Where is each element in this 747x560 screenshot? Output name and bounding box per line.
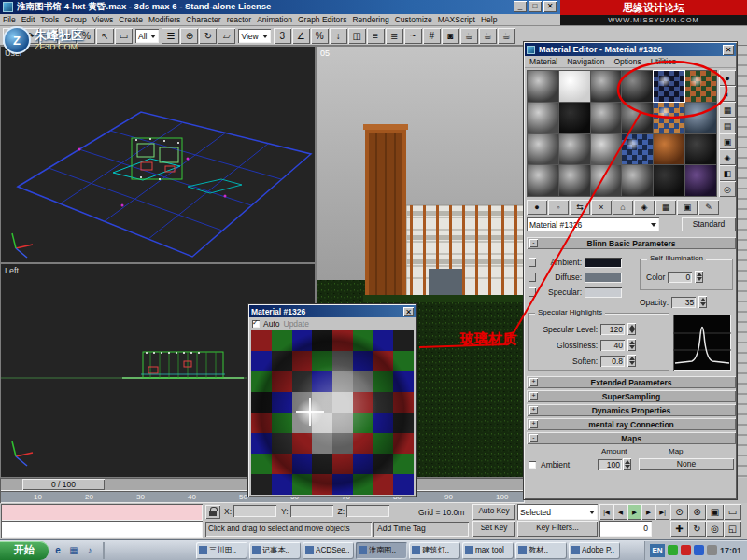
taskbar-task[interactable]: Adobe P.. <box>569 542 620 559</box>
close-button[interactable]: ✕ <box>543 1 557 12</box>
options-icon[interactable]: ◧ <box>719 165 736 181</box>
menu-help[interactable]: Help <box>478 14 500 25</box>
material-slot-20[interactable] <box>559 165 590 196</box>
coordinate-field[interactable] <box>233 505 276 517</box>
viewport-label-left[interactable]: Left <box>5 266 19 275</box>
spinner[interactable] <box>627 339 636 351</box>
ambient-color-swatch[interactable] <box>585 258 622 268</box>
start-button[interactable]: 开始 <box>0 541 49 560</box>
taskbar-task[interactable]: 建筑灯.. <box>409 542 460 559</box>
make-copy-icon[interactable]: ⌂ <box>613 200 633 215</box>
minimize-button[interactable]: _ <box>514 1 527 12</box>
material-type-button[interactable]: Standard <box>682 217 736 231</box>
menu-rendering[interactable]: Rendering <box>349 14 391 25</box>
undo-icon[interactable]: ↶ <box>3 28 21 44</box>
spinner[interactable] <box>695 271 703 283</box>
param-field[interactable]: 40 <box>600 340 625 351</box>
rollout-dynamics-properties[interactable]: +Dynamics Properties <box>527 404 736 416</box>
menu-create[interactable]: Create <box>116 14 146 25</box>
command-panel-strip[interactable] <box>738 46 747 478</box>
coordinate-field[interactable] <box>346 505 389 517</box>
next-frame-icon[interactable]: ▶ <box>641 504 655 520</box>
time-slider-thumb[interactable]: 0 / 100 <box>22 479 105 490</box>
arc-rotate-icon[interactable]: ↻ <box>688 521 706 537</box>
taskbar-task[interactable]: 记事本.. <box>249 542 301 559</box>
menu-customize[interactable]: Customize <box>392 14 435 25</box>
param-field[interactable]: 120 <box>600 324 625 335</box>
select-by-name-icon[interactable]: ☰ <box>162 28 179 44</box>
material-slot-10[interactable] <box>622 103 653 133</box>
show-desktop-icon[interactable]: ▦ <box>66 543 81 558</box>
material-editor-close-button[interactable]: ✕ <box>723 45 734 55</box>
material-slot-17[interactable] <box>654 134 684 165</box>
taskbar-task[interactable]: 淮南图.. <box>356 542 407 559</box>
render-type-icon[interactable]: ☕ <box>479 28 497 44</box>
rect-selection-icon[interactable]: ▭ <box>115 28 133 44</box>
background-icon[interactable]: ▦ <box>719 102 736 118</box>
material-slot-8[interactable] <box>559 103 590 133</box>
select-object-icon[interactable]: ↖ <box>96 28 114 44</box>
spinner-snap-icon[interactable]: ↕ <box>330 28 347 44</box>
material-name-dropdown[interactable]: Material #1326 <box>527 217 659 231</box>
go-to-end-icon[interactable]: ▶| <box>655 504 669 520</box>
preview-titlebar[interactable]: Material #1326 ✕ <box>249 305 416 317</box>
play-icon[interactable]: ▶ <box>627 504 641 520</box>
select-rotate-icon[interactable]: ↻ <box>199 28 217 44</box>
me-menu-utilities[interactable]: Utilities <box>646 56 681 67</box>
media-player-icon[interactable]: ♪ <box>82 543 97 558</box>
maxscript-listener-line[interactable] <box>1 521 203 538</box>
make-preview-icon[interactable]: ◈ <box>719 149 736 165</box>
language-indicator[interactable]: EN <box>650 544 665 557</box>
ie-icon[interactable]: e <box>50 543 65 558</box>
key-filter-set-dropdown[interactable]: Selected <box>517 504 598 520</box>
opacity-field[interactable]: 35 <box>671 297 696 308</box>
material-slot-19[interactable] <box>528 165 558 196</box>
key-filters-button[interactable]: Key Filters... <box>517 521 598 537</box>
material-slot-9[interactable] <box>591 103 622 133</box>
put-to-library-icon[interactable]: ◈ <box>634 200 655 215</box>
tray-icon-blue[interactable] <box>694 545 704 555</box>
me-menu-options[interactable]: Options <box>609 56 645 67</box>
spinner[interactable] <box>627 355 636 367</box>
taskbar-task[interactable]: 教材.. <box>515 542 567 559</box>
spinner[interactable] <box>627 323 636 335</box>
quick-render-icon[interactable]: ☕ <box>498 28 515 44</box>
min-max-toggle-icon[interactable]: ◱ <box>724 521 741 537</box>
spinner[interactable] <box>623 458 631 470</box>
menu-maxscript[interactable]: MAXScript <box>435 14 478 25</box>
layer-manager-icon[interactable]: ≣ <box>386 28 403 44</box>
update-button[interactable]: Update <box>284 319 309 329</box>
pan-icon[interactable]: ✚ <box>670 521 688 537</box>
lock-button[interactable] <box>529 287 536 297</box>
material-slot-11[interactable] <box>654 103 684 133</box>
material-slot-14[interactable] <box>559 134 590 165</box>
reset-map-icon[interactable]: × <box>591 200 612 215</box>
menu-views[interactable]: Views <box>90 14 117 25</box>
selfillum-value-field[interactable]: 0 <box>668 272 692 283</box>
curve-editor-icon[interactable]: ~ <box>404 28 422 44</box>
material-slot-3[interactable] <box>591 71 622 102</box>
unlink-icon[interactable]: ⊘ <box>59 28 77 44</box>
rollout-mental-ray-connection[interactable]: +mental ray Connection <box>527 418 736 430</box>
backlight-icon[interactable]: ◐ <box>719 86 736 102</box>
taskbar-task[interactable]: max tool <box>462 542 514 559</box>
material-slot-12[interactable] <box>685 103 716 133</box>
snap-toggle-icon[interactable]: 3 <box>274 28 291 44</box>
param-field[interactable]: 0.8 <box>600 356 625 367</box>
select-link-icon[interactable]: ∞ <box>40 28 58 44</box>
zoom-region-icon[interactable]: ▭ <box>724 504 741 520</box>
material-slot-5[interactable] <box>654 71 684 102</box>
viewport-label-camera[interactable]: 05 <box>320 49 330 58</box>
map-amount-field[interactable]: 100 <box>598 459 622 470</box>
menu-graph-editors[interactable]: Graph Editors <box>295 14 349 25</box>
spinner[interactable] <box>698 296 707 308</box>
show-end-result-icon[interactable]: ✎ <box>698 200 719 215</box>
menu-group[interactable]: Group <box>62 14 90 25</box>
put-material-icon[interactable]: ◦ <box>548 200 569 215</box>
rollout-extended-parameters[interactable]: +Extended Parameters <box>527 376 736 388</box>
zoom-extents-icon[interactable]: ▣ <box>706 504 724 520</box>
taskbar-task[interactable]: 三川田.. <box>196 542 247 559</box>
preview-close-button[interactable]: ✕ <box>403 307 414 316</box>
diffuse-color-swatch[interactable] <box>585 273 622 283</box>
tray-icon-green[interactable] <box>668 545 678 555</box>
